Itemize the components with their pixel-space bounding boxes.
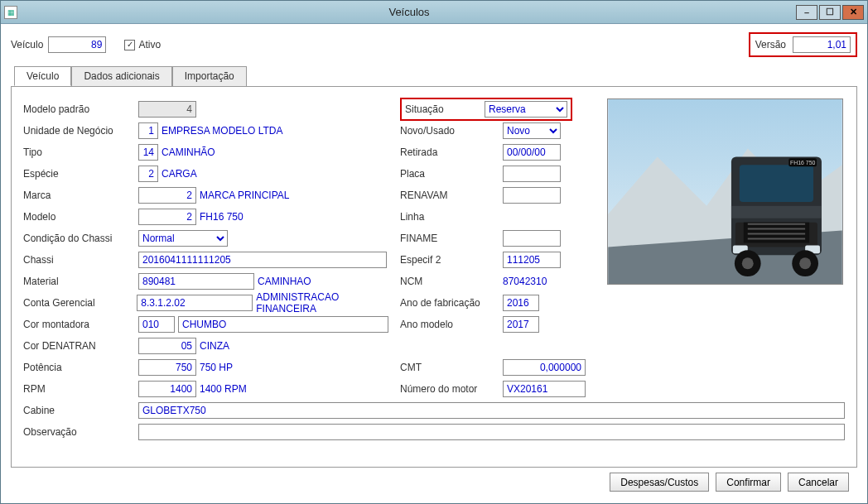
novo-label: Novo/Usado [400,125,499,137]
window-buttons: – ☐ ✕ [796,5,864,20]
potencia-code-input[interactable] [138,359,196,376]
especif2-label: Especif 2 [400,254,499,266]
content-area: Veículo ✓ Ativo Versão Veículo Dados adi… [1,24,867,503]
svg-rect-5 [731,206,822,218]
placa-input[interactable] [503,166,561,182]
cor-montadora-label: Cor montadora [23,319,135,330]
conta-code-input[interactable] [137,295,253,311]
observacao-label: Observação [23,426,135,438]
modelo-name: FH16 750 [200,211,244,223]
renavam-label: RENAVAM [400,190,499,201]
tab-dados-adicionais[interactable]: Dados adicionais [71,66,171,86]
cor-denatran-code-input[interactable] [138,338,196,354]
veiculo-label: Veículo [11,39,43,50]
ano-fab-label: Ano de fabricação [400,297,499,309]
observacao-input[interactable] [138,424,845,440]
marca-label: Marca [23,190,135,201]
ano-fab-input[interactable] [503,295,539,311]
modelo-code-input[interactable] [138,209,196,225]
ano-mod-input[interactable] [503,316,539,333]
ano-mod-label: Ano modelo [400,319,499,330]
vehicle-image: FH16 750 [607,98,843,285]
finame-label: FINAME [400,233,499,244]
cabine-input[interactable] [138,402,845,419]
svg-point-15 [742,257,754,269]
retirada-input[interactable] [503,144,561,161]
despesas-button[interactable]: Despesas/Custos [610,473,709,492]
tipo-label: Tipo [23,146,135,158]
svg-rect-4 [740,165,813,202]
especie-name: CARGA [162,168,197,180]
motor-input[interactable] [503,381,586,397]
cmt-label: CMT [400,362,499,373]
veiculo-input[interactable] [48,36,106,53]
linha-label: Linha [400,211,499,223]
situacao-select[interactable]: Reserva [485,101,567,118]
finame-input[interactable] [503,230,561,247]
cmt-input[interactable] [503,359,586,376]
versao-highlight: Versão [749,32,857,57]
material-code-input[interactable] [138,273,254,290]
svg-point-17 [799,257,811,269]
minimize-button[interactable]: – [796,5,817,20]
maximize-button[interactable]: ☐ [819,5,841,20]
tipo-code-input[interactable] [138,144,158,161]
ativo-label: Ativo [138,39,161,50]
chassi-input[interactable] [138,252,387,268]
tab-veiculo[interactable]: Veículo [14,66,71,86]
especif2-input[interactable] [503,252,561,268]
renavam-input[interactable] [503,187,561,204]
situacao-highlight: Situação Reserva [400,98,572,121]
cabine-label: Cabine [23,405,135,416]
especie-code-input[interactable] [138,166,158,182]
marca-name: MARCA PRINCIPAL [200,190,289,201]
condicao-select[interactable]: Normal [138,230,228,247]
placa-label: Placa [400,168,499,180]
condicao-label: Condição do Chassi [23,233,135,244]
truck-icon: FH16 750 [608,99,842,284]
svg-text:FH16 750: FH16 750 [790,160,816,166]
unidade-name: EMPRESA MODELO LTDA [162,125,282,137]
window-title: Veículos [22,6,796,18]
conta-label: Conta Gerencial [23,297,133,309]
cor-denatran-name: CINZA [200,340,229,352]
tab-bar: Veículo Dados adicionais Importação [14,66,857,87]
potencia-label: Potência [23,362,135,373]
cancelar-button[interactable]: Cancelar [788,473,849,492]
checkbox-icon: ✓ [124,40,135,50]
mid-column: Situação Reserva Novo/Usado Novo Retirad… [400,98,607,400]
tab-panel: Modelo padrão Unidade de Negócio EMPRESA… [11,86,857,468]
tipo-name: CAMINHÃO [162,146,215,158]
tab-importacao[interactable]: Importação [172,66,247,86]
unidade-code-input[interactable] [138,122,158,139]
window-frame: ▦ Veículos – ☐ ✕ Veículo ✓ Ativo Versão … [0,0,868,504]
rpm-label: RPM [23,383,135,395]
retirada-label: Retirada [400,146,499,158]
cor-montadora-name-input[interactable] [178,316,388,333]
confirmar-button[interactable]: Confirmar [716,473,781,492]
ncm-value: 87042310 [503,276,547,287]
modelo-padrao-input[interactable] [138,101,196,118]
versao-label: Versão [755,39,786,50]
novo-select[interactable]: Novo [503,122,561,139]
ativo-checkbox[interactable]: ✓ Ativo [124,39,161,50]
versao-input[interactable] [793,36,851,53]
close-button[interactable]: ✕ [842,5,864,20]
app-icon: ▦ [4,6,17,19]
cabine-row: Cabine [23,400,845,421]
chassi-label: Chassi [23,254,135,266]
cor-montadora-code-input[interactable] [138,316,175,333]
cor-denatran-label: Cor DENATRAN [23,340,135,352]
rpm-code-input[interactable] [138,381,196,397]
modelo-padrao-label: Modelo padrão [23,103,135,115]
svg-rect-7 [744,223,809,243]
especie-label: Espécie [23,168,135,180]
unidade-label: Unidade de Negócio [23,125,135,137]
material-name: CAMINHAO [258,276,311,287]
left-column: Modelo padrão Unidade de Negócio EMPRESA… [23,98,400,400]
observacao-row: Observação [23,421,845,443]
titlebar: ▦ Veículos – ☐ ✕ [1,1,867,24]
conta-name: ADMINISTRACAO FINANCEIRA [256,291,400,314]
modelo-label: Modelo [23,211,135,223]
marca-code-input[interactable] [138,187,196,204]
